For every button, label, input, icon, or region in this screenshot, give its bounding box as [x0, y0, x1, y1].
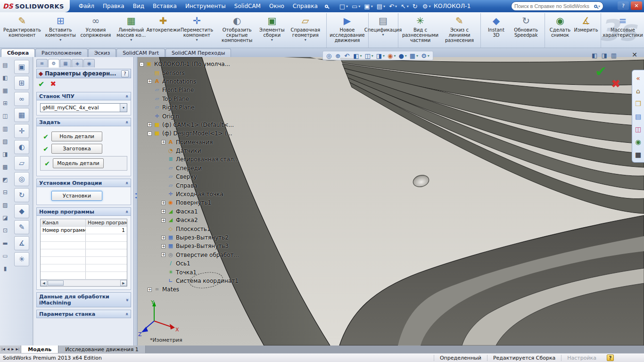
tree-item[interactable]: + Отверстие обработ... — [161, 251, 239, 259]
zoom-fit-icon[interactable]: ◎ — [325, 52, 333, 59]
pane-options-icon[interactable]: ▥ — [611, 52, 617, 59]
tree-item-label[interactable]: Origin — [162, 113, 179, 120]
section-view-icon[interactable]: ◧ ▾ — [352, 52, 363, 59]
configurationmanager-tab[interactable]: ▦ — [60, 59, 71, 67]
table-row[interactable]: Номер программы 1 — [41, 227, 127, 234]
tree-item-label[interactable]: Отверстие обработ... — [176, 252, 239, 258]
tree-item[interactable]: Спереди — [161, 164, 239, 173]
tab-nav-arrow-icon[interactable]: ▶ — [11, 347, 14, 351]
left-toolbar-icon[interactable]: ▬ — [2, 237, 8, 250]
file-explorer-icon[interactable]: ▤ — [632, 110, 644, 123]
left-toolbar-icon[interactable]: ▮ — [4, 263, 7, 275]
close-flyout-icon[interactable]: ✕ — [632, 51, 637, 58]
tree-item[interactable]: Ось1 — [161, 259, 239, 268]
help-search-input[interactable] — [514, 3, 592, 9]
ok-button[interactable]: ✔ — [38, 80, 44, 89]
appearances-icon[interactable]: ◉ — [632, 135, 644, 148]
tree-item-label[interactable]: Исходная точка — [176, 191, 223, 197]
left-toolbar-button[interactable]: ◐ — [14, 140, 29, 154]
tree-item-label[interactable]: Ось1 — [176, 260, 190, 267]
tree-item-label[interactable]: Mates — [162, 286, 179, 293]
tree-item-label[interactable]: Точка1 — [176, 269, 197, 276]
left-toolbar-icon[interactable]: ◧ — [2, 72, 8, 84]
tree-item-label[interactable]: Справа — [176, 182, 198, 189]
instant-3d-button[interactable]: ◆ Instant 3D — [482, 13, 510, 48]
tree-expander-icon[interactable]: + — [161, 201, 165, 205]
tree-item-label[interactable]: Плоскость1 — [176, 226, 211, 232]
status-help-icon[interactable]: ? — [607, 354, 614, 361]
define-button[interactable]: Модель детали — [53, 158, 104, 168]
rebuild-icon[interactable]: ↻ — [411, 2, 421, 11]
tree-item[interactable]: Легированная стал... — [161, 155, 239, 164]
zoom-area-icon[interactable]: ⊕ — [334, 52, 342, 59]
left-toolbar-button[interactable]: ▦ — [14, 108, 29, 122]
tree-item[interactable]: Front Plane — [148, 86, 239, 94]
menu-item[interactable]: Файл — [74, 1, 99, 11]
left-toolbar-icon[interactable]: ⊡ — [3, 224, 8, 237]
tree-item-label[interactable]: (ф) CAM<1> (Default<... — [162, 122, 234, 128]
view-orientation-icon[interactable]: ◫ ▾ — [363, 52, 374, 59]
tree-item[interactable]: Sensors — [148, 68, 239, 77]
tree-expander-icon[interactable]: + — [161, 140, 165, 144]
hide-show-items-icon[interactable]: ◉ ▾ — [387, 52, 396, 59]
bill-of-materials-button[interactable]: ▤ Спецификация ▾ — [370, 13, 398, 48]
tree-item-label[interactable]: Повернуть1 — [176, 199, 211, 206]
tree-item[interactable]: Origin — [148, 112, 239, 120]
tree-item-label[interactable]: Вырез-Вытянуть2 — [176, 234, 229, 241]
tree-item-label[interactable]: Вырез-Вытянуть3 — [176, 243, 229, 249]
left-toolbar-button[interactable]: ▣ — [14, 60, 29, 74]
view-palette-icon[interactable]: ◫ — [632, 123, 644, 135]
tree-item-label[interactable]: Фаска2 — [176, 217, 198, 223]
undo-icon[interactable]: ↶ ▾ — [387, 2, 399, 11]
apply-scene-icon[interactable]: ▦ ▾ — [409, 52, 419, 59]
dimxpertmanager-tab[interactable]: ◈ — [72, 59, 83, 67]
search-dropdown-icon[interactable]: ▾ — [598, 4, 600, 8]
table-cell[interactable]: 1 — [86, 227, 127, 234]
collapse-chevron-icon[interactable]: « — [124, 210, 129, 213]
tree-expander-icon[interactable]: + — [161, 218, 165, 222]
scrollbar-thumb[interactable] — [48, 280, 64, 286]
search-icon[interactable] — [594, 5, 597, 8]
tree-item[interactable]: + Вырез-Вытянуть3 — [161, 242, 239, 250]
left-toolbar-icon[interactable]: ▤ — [2, 59, 8, 72]
splitter-collapse-icon[interactable]: ◂◂ — [134, 192, 138, 199]
edit-component-button[interactable]: ✎ Редактировать компонент — [2, 13, 42, 48]
help-search-box[interactable]: ▾ — [511, 1, 603, 11]
tree-item[interactable]: Top Plane — [148, 95, 239, 103]
cancel-button[interactable]: ✖ — [50, 80, 56, 88]
reference-geometry-button[interactable]: ▱ Справочная геометрия ▾ — [287, 13, 327, 48]
help-button[interactable]: ? — [618, 1, 629, 10]
command-tab[interactable]: Эскиз — [88, 49, 116, 57]
tree-item[interactable]: - (ф) DesignModel<1> (... — [148, 129, 239, 138]
left-toolbar-icon[interactable]: ▩ — [2, 161, 8, 173]
table-horizontal-scrollbar[interactable]: ◀ ▶ — [41, 280, 127, 286]
tree-expander-icon[interactable]: + — [148, 123, 152, 127]
collapse-chevron-icon[interactable]: « — [124, 95, 129, 98]
tree-item-label[interactable]: Датчики — [176, 148, 201, 154]
panel-splitter[interactable]: ◂◂ — [134, 57, 138, 346]
display-style-icon[interactable]: ◨ ▾ — [375, 52, 386, 59]
save-icon[interactable]: ▣ ▾ — [362, 2, 374, 11]
tree-item-label[interactable]: Front Plane — [162, 87, 194, 93]
tree-expander-icon[interactable]: + — [161, 244, 165, 248]
insert-components-button[interactable]: ⊞ Вставить компоненты ▾ — [42, 13, 79, 48]
define-button[interactable]: Заготовка — [51, 144, 102, 154]
left-toolbar-icon[interactable]: ⊟ — [3, 186, 8, 199]
tree-item[interactable]: Сверху — [161, 173, 239, 181]
tree-item-label[interactable]: (ф) DesignModel<1> (... — [162, 130, 232, 137]
collapse-chevron-icon[interactable]: « — [124, 181, 129, 184]
left-toolbar-button[interactable]: ⊞ — [14, 76, 29, 90]
tree-expander-icon[interactable]: - — [148, 132, 152, 136]
left-toolbar-button[interactable]: ∞ — [14, 92, 29, 106]
tree-item[interactable]: - КОЛОКОЛ-1 (По умолча... — [140, 60, 239, 68]
customize-label[interactable]: Настройка — [561, 355, 602, 361]
tree-item-label[interactable]: Спереди — [176, 165, 202, 172]
tree-expander-icon[interactable]: + — [161, 236, 165, 240]
propertymanager-tab[interactable]: ⚙ — [48, 59, 59, 67]
left-toolbar-button[interactable]: ✳ — [14, 252, 29, 266]
left-toolbar-button[interactable]: ∡ — [14, 236, 29, 250]
close-button[interactable]: ✕ — [631, 1, 642, 10]
measure-button[interactable]: ∡ Измерить — [574, 13, 601, 48]
command-tab[interactable]: SolidCAM Переходы — [165, 49, 231, 57]
menu-item[interactable]: Инструменты — [181, 1, 230, 11]
